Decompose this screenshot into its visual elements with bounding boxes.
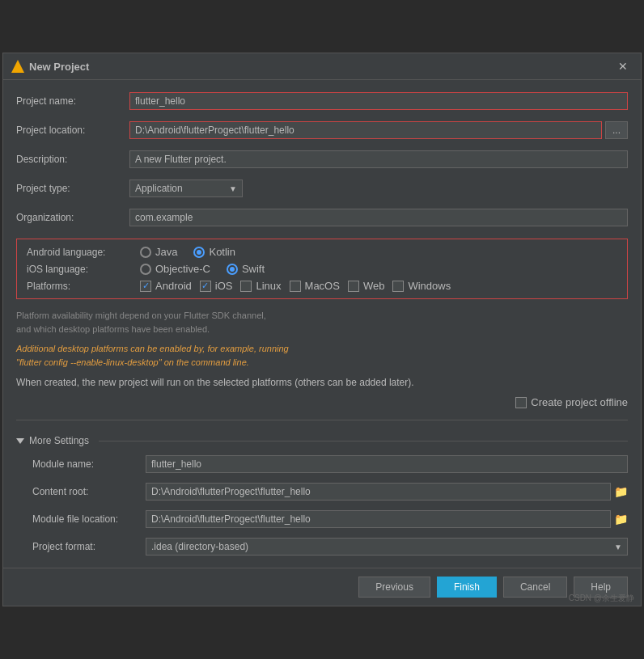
more-settings-label: More Settings — [29, 435, 89, 446]
organization-control — [129, 209, 628, 226]
ios-platform-label: iOS — [215, 280, 233, 292]
ios-language-options: Objective-C Swift — [140, 263, 265, 275]
java-label: Java — [155, 246, 177, 258]
folder-icon: 📁 — [614, 485, 628, 498]
module-name-input[interactable] — [146, 455, 628, 473]
swift-radio[interactable] — [227, 264, 238, 275]
project-format-chevron-icon: ▼ — [614, 543, 622, 551]
kotlin-radio[interactable] — [193, 247, 205, 258]
dialog-title: New Project — [29, 61, 89, 73]
project-type-dropdown[interactable]: Application ▼ — [129, 180, 243, 197]
project-type-value: Application — [135, 183, 183, 194]
platforms-row: Platforms: ✓ Android ✓ iOS Linux — [27, 280, 617, 292]
module-name-control — [146, 455, 628, 473]
android-platform-label: Android — [155, 280, 192, 292]
platforms-options: ✓ Android ✓ iOS Linux MacOS — [140, 280, 451, 292]
macos-checkbox[interactable] — [290, 281, 301, 292]
module-file-location-row: Module file location: 📁 — [32, 508, 628, 530]
module-name-row: Module name: — [32, 453, 628, 475]
kotlin-option[interactable]: Kotlin — [193, 246, 235, 258]
module-file-location-label: Module file location: — [32, 513, 146, 525]
swift-option[interactable]: Swift — [227, 263, 265, 275]
project-location-row: Project location: ... — [16, 119, 628, 142]
objc-option[interactable]: Objective-C — [140, 263, 210, 275]
project-type-label: Project type: — [16, 183, 129, 194]
content-root-row: Content root: 📁 — [32, 480, 628, 503]
linux-checkbox[interactable] — [240, 281, 252, 292]
android-language-label: Android language: — [27, 247, 140, 258]
dialog-body: Project name: Project location: ... Desc… — [3, 80, 641, 568]
dialog-footer: Previous Finish Cancel Help — [3, 568, 641, 606]
browse-button[interactable]: ... — [605, 121, 628, 139]
more-settings-separator — [99, 441, 628, 441]
content-root-control: 📁 — [146, 483, 628, 501]
macos-platform-option[interactable]: MacOS — [290, 280, 340, 292]
ios-checkbox[interactable]: ✓ — [200, 281, 211, 292]
windows-platform-option[interactable]: Windows — [392, 280, 451, 292]
project-name-control — [129, 92, 628, 110]
java-option[interactable]: Java — [140, 246, 177, 258]
project-format-control: .idea (directory-based) ▼ — [146, 538, 628, 556]
module-name-label: Module name: — [32, 458, 146, 470]
run-note: When created, the new project will run o… — [16, 375, 628, 390]
platform-note: Platform availability might depend on yo… — [16, 309, 628, 336]
previous-button[interactable]: Previous — [358, 577, 430, 598]
content-root-label: Content root: — [32, 486, 146, 497]
cancel-button[interactable]: Cancel — [503, 577, 567, 598]
close-button[interactable]: ✕ — [613, 58, 633, 74]
project-format-row: Project format: .idea (directory-based) … — [32, 535, 628, 558]
expand-icon — [16, 438, 24, 444]
more-settings-section: More Settings Module name: Content root: — [16, 432, 628, 558]
objc-label: Objective-C — [155, 263, 210, 275]
module-file-location-input[interactable] — [146, 510, 611, 528]
module-file-location-control: 📁 — [146, 510, 628, 528]
android-platform-option[interactable]: ✓ Android — [140, 280, 192, 292]
project-format-value: .idea (directory-based) — [151, 541, 248, 552]
chevron-down-icon: ▼ — [229, 184, 237, 193]
more-settings-header[interactable]: More Settings — [16, 432, 628, 450]
swift-label: Swift — [242, 263, 265, 275]
linux-platform-option[interactable]: Linux — [240, 280, 281, 292]
finish-button[interactable]: Finish — [437, 577, 497, 598]
organization-label: Organization: — [16, 212, 129, 223]
platforms-label: Platforms: — [27, 281, 140, 292]
objc-radio[interactable] — [140, 264, 151, 275]
organization-input[interactable] — [129, 209, 628, 226]
android-checkbox[interactable]: ✓ — [140, 281, 151, 292]
more-settings-body: Module name: Content root: 📁 Module file — [16, 453, 628, 558]
web-platform-option[interactable]: Web — [348, 280, 385, 292]
windows-platform-label: Windows — [408, 280, 451, 292]
project-format-dropdown[interactable]: .idea (directory-based) ▼ — [146, 538, 628, 556]
description-row: Description: — [16, 148, 628, 171]
macos-platform-label: MacOS — [305, 280, 340, 292]
kotlin-label: Kotlin — [209, 246, 235, 258]
separator — [16, 420, 628, 420]
ios-platform-option[interactable]: ✓ iOS — [200, 280, 233, 292]
project-location-control: ... — [129, 121, 628, 139]
windows-checkbox[interactable] — [392, 281, 404, 292]
project-location-input[interactable] — [129, 121, 602, 139]
watermark: CSDN @余生爱静 — [569, 593, 634, 604]
description-label: Description: — [16, 154, 129, 165]
flutter-icon — [11, 60, 24, 73]
organization-row: Organization: — [16, 206, 628, 229]
folder-icon-2: 📁 — [614, 513, 628, 526]
android-language-row: Android language: Java Kotlin — [27, 246, 617, 258]
project-name-row: Project name: — [16, 90, 628, 112]
ios-language-label: iOS language: — [27, 264, 140, 275]
offline-option[interactable]: Create project offline — [515, 396, 628, 408]
title-bar: New Project ✕ — [3, 53, 641, 80]
java-radio[interactable] — [140, 247, 151, 258]
warning-text: Additional desktop platforms can be enab… — [16, 342, 628, 369]
linux-platform-label: Linux — [256, 280, 281, 292]
android-language-options: Java Kotlin — [140, 246, 235, 258]
web-checkbox[interactable] — [348, 281, 359, 292]
project-name-input[interactable] — [129, 92, 628, 110]
offline-checkbox[interactable] — [515, 397, 527, 408]
ios-language-row: iOS language: Objective-C Swift — [27, 263, 617, 275]
language-section: Android language: Java Kotlin iOS langua… — [16, 239, 628, 299]
content-root-input[interactable] — [146, 483, 611, 501]
project-location-label: Project location: — [16, 125, 129, 136]
project-type-row: Project type: Application ▼ — [16, 177, 628, 200]
description-input[interactable] — [129, 150, 628, 168]
